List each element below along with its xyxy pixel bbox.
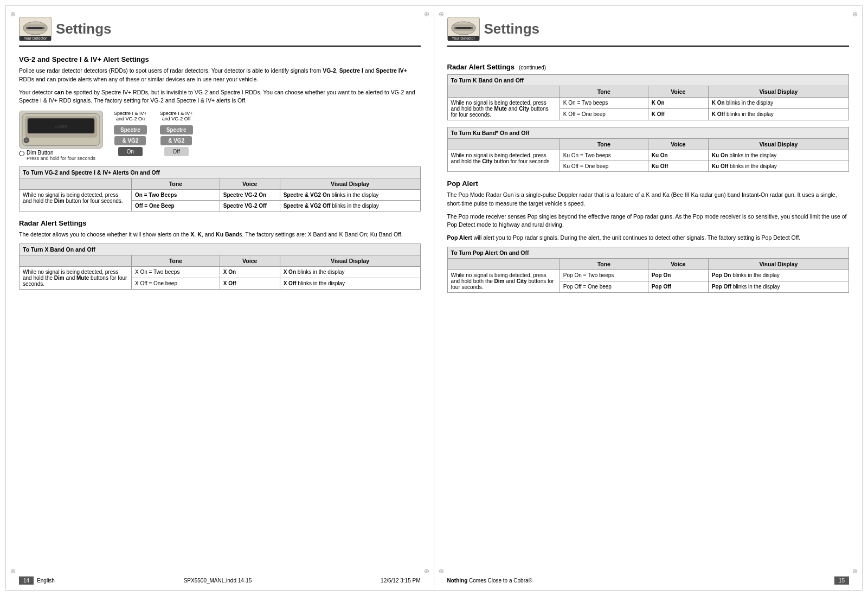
left-footer: 14 English SPX5500_MANL.indd 14-15 12/5/… <box>19 576 421 585</box>
th-voice-pop: Voice <box>648 258 708 270</box>
left-detector-label: Your Detector <box>20 36 51 41</box>
th-tone-k: Tone <box>560 86 648 98</box>
continued-suffix: (continued) <box>519 65 546 71</box>
th-condition-pop <box>447 258 560 270</box>
ku-visual-1: Ku On blinks in the display <box>708 150 848 161</box>
reg-mark-r-bl: ⊕ <box>439 567 444 575</box>
left-page: ⊕ ⊕ ⊕ ⊕ Your Detector Settings VG-2 and … <box>6 6 434 590</box>
svg-point-16 <box>471 27 473 29</box>
svg-rect-2 <box>26 27 44 29</box>
dim-circle <box>19 151 24 156</box>
x-row-1: While no signal is being detected, press… <box>20 266 421 278</box>
th-condition-ku <box>447 139 560 150</box>
th-voice-vg2: Voice <box>220 178 280 190</box>
pop-visual-2: Pop Off blinks in the display <box>708 281 848 292</box>
th-visual-x: Visual Display <box>280 255 420 266</box>
pop-table: To Turn Pop Alert On and Off Tone Voice … <box>447 247 850 293</box>
ku-table-title-row: To Turn Ku Band* On and Off <box>447 127 849 139</box>
left-page-num: 14 <box>19 576 34 585</box>
ku-visual-2: Ku Off blinks in the display <box>708 161 848 172</box>
x-voice-1: X On <box>220 266 280 278</box>
pop-voice-2: Pop Off <box>648 281 708 292</box>
th-voice-x: Voice <box>220 255 280 266</box>
reg-mark-r-tr: ⊕ <box>852 10 858 18</box>
th-tone-pop: Tone <box>560 258 648 270</box>
right-footer: Nothing Comes Close to a Cobra® 15 <box>447 576 850 585</box>
footer-date: 12/5/12 3:15 PM <box>381 578 420 584</box>
k-visual-2: K Off blinks in the display <box>708 109 848 120</box>
right-detector-icon: Your Detector <box>447 17 480 41</box>
right-page-header: Your Detector Settings <box>447 17 850 47</box>
k-table-title: To Turn K Band On and Off <box>447 75 849 86</box>
dim-button-diagram: LAZER Dim Button Press and hold for four… <box>19 111 421 161</box>
detector-image: LAZER <box>19 111 103 149</box>
k-table-header: Tone Voice Visual Display <box>447 86 849 98</box>
th-condition-vg2 <box>20 178 132 190</box>
x-visual-2: X Off blinks in the display <box>280 278 420 289</box>
ku-table-title: To Turn Ku Band* On and Off <box>447 127 849 139</box>
ku-voice-1: Ku On <box>648 150 708 161</box>
radar-alert-section: Radar Alert Settings The detector allows… <box>19 219 421 290</box>
pop-alert-section: Pop Alert The Pop Mode Radar Gun is a si… <box>447 180 850 293</box>
k-visual-1: K On blinks in the display <box>708 98 848 109</box>
vg2-visual-1: Spectre & VG2 On blinks in the display <box>280 190 420 201</box>
svg-point-3 <box>26 27 28 29</box>
page-num-left-area: 14 English <box>19 576 55 585</box>
vg2-table-title-row: To Turn VG-2 and Spectre I & IV+ Alerts … <box>20 167 421 178</box>
th-visual-ku: Visual Display <box>708 139 848 150</box>
vg2-row-1: While no signal is being detected, press… <box>20 190 421 201</box>
vg2-table: To Turn VG-2 and Spectre I & IV+ Alerts … <box>19 166 421 212</box>
btn-vg2-off: & VG2 <box>160 136 192 145</box>
right-page-num: 15 <box>834 576 849 585</box>
right-page: ⊕ ⊕ ⊕ ⊕ Your Detector Settings Radar Ale… <box>434 6 863 590</box>
radar-continued-section: Radar Alert Settings (continued) To Turn… <box>447 55 850 172</box>
k-row-1: While no signal is being detected, press… <box>447 98 849 109</box>
pop-condition: While no signal is being detected, press… <box>447 270 560 292</box>
ku-band-table: To Turn Ku Band* On and Off Tone Voice V… <box>447 127 850 172</box>
btn-on: On <box>118 147 143 156</box>
th-visual-pop: Visual Display <box>708 258 848 270</box>
x-table-title: To Turn X Band On and Off <box>20 243 421 255</box>
ku-tone-2: Ku Off = One beep <box>560 161 648 172</box>
pop-table-title: To Turn Pop Alert On and Off <box>447 247 849 258</box>
btn-vg2-on: & VG2 <box>114 136 146 145</box>
right-detector-svg <box>450 18 477 36</box>
k-tone-1: K On = Two beeps <box>560 98 648 109</box>
pop-para-2: The Pop mode receiver senses Pop singles… <box>447 213 850 230</box>
radar-intro: The detector allows you to choose whethe… <box>19 230 421 239</box>
vg2-voice-2: Spectre VG-2 Off <box>220 201 280 212</box>
radar-continued-title: Radar Alert Settings <box>447 63 515 71</box>
button-cols-container: Spectre I & IV+and VG-2 On Spectre & VG2… <box>114 111 193 156</box>
vg2-section-title: VG-2 and Spectre I & IV+ Alert Settings <box>19 55 421 63</box>
k-condition: While no signal is being detected, press… <box>447 98 560 120</box>
vg2-tone-2: Off = One Beep <box>132 201 220 212</box>
button-diagram-cols: Spectre I & IV+and VG-2 On Spectre & VG2… <box>114 111 193 156</box>
vg2-table-header: Tone Voice Visual Display <box>20 178 421 190</box>
vg2-para-1: Police use radar detector detectors (RDD… <box>19 67 421 84</box>
left-page-header: Your Detector Settings <box>19 17 421 47</box>
x-voice-2: X Off <box>220 278 280 289</box>
btn-spectre-on: Spectre <box>114 125 147 134</box>
pop-alert-title: Pop Alert <box>447 180 850 188</box>
button-col-on: Spectre I & IV+and VG-2 On Spectre & VG2… <box>114 111 147 156</box>
th-condition-k <box>447 86 560 98</box>
vg2-condition: While no signal is being detected, press… <box>20 190 132 212</box>
svg-point-4 <box>42 27 44 29</box>
right-detector-label: Your Detector <box>448 36 479 41</box>
k-voice-2: K Off <box>648 109 708 120</box>
pop-voice-1: Pop On <box>648 270 708 281</box>
ku-tone-1: Ku On = Two beeps <box>560 150 648 161</box>
col2-label: Spectre I & IV+and VG-2 Off <box>160 111 193 121</box>
pop-visual-1: Pop On blinks in the display <box>708 270 848 281</box>
reg-mark-r-tl: ⊕ <box>439 10 444 18</box>
vg2-tone-1: On = Two Beeps <box>132 190 220 201</box>
reg-mark-bl: ⊕ <box>10 567 16 575</box>
k-table-title-row: To Turn K Band On and Off <box>447 75 849 86</box>
th-tone-vg2: Tone <box>132 178 220 190</box>
pop-tone-1: Pop On = Two beeps <box>560 270 648 281</box>
vg2-visual-2: Spectre & VG2 Off blinks in the display <box>280 201 420 212</box>
th-tone-ku: Tone <box>560 139 648 150</box>
reg-mark-tr: ⊕ <box>424 10 429 18</box>
dim-button-text: Dim Button Press and hold for four secon… <box>27 150 95 161</box>
th-visual-k: Visual Display <box>708 86 848 98</box>
